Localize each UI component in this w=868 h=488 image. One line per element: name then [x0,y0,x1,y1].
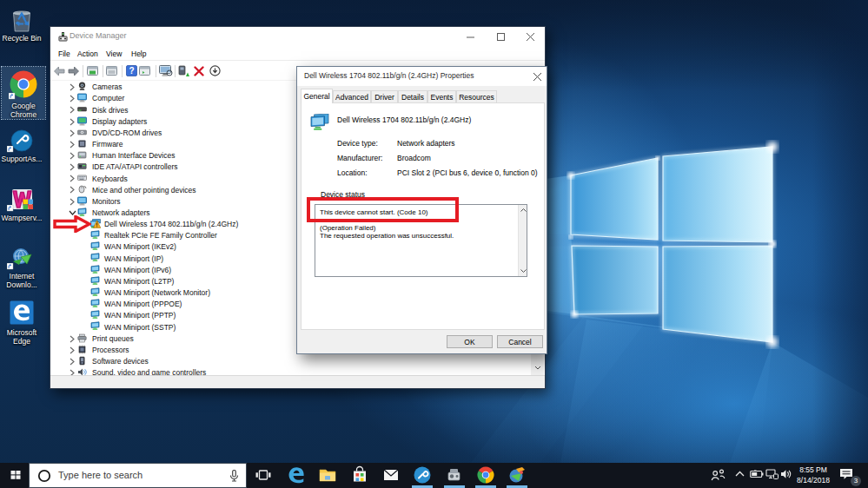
svg-text:?: ? [129,66,134,76]
